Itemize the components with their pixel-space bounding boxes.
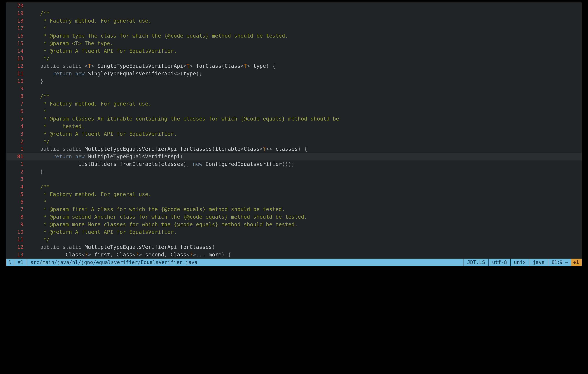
- code: Class<?> first, Class<?> second, Class<?…: [27, 251, 582, 259]
- code: */: [27, 138, 582, 145]
- code-line[interactable]: 19 /**: [6, 10, 582, 17]
- code: *: [27, 198, 582, 206]
- code-line[interactable]: 8 * @param second Another class for whic…: [6, 213, 582, 221]
- gutter: 16: [6, 32, 27, 40]
- code: /**: [27, 92, 582, 100]
- gutter: 4: [6, 123, 27, 130]
- code-line[interactable]: 17 *: [6, 25, 582, 32]
- status-filepath: src/main/java/nl/jqno/equalsverifier/Equ…: [27, 259, 464, 266]
- code-area[interactable]: 20 19 /** 18 * Factory method. For gener…: [6, 2, 582, 259]
- gutter: 5: [6, 115, 27, 123]
- code-line[interactable]: 11 return new SingleTypeEqualsVerifierAp…: [6, 70, 582, 78]
- code-line[interactable]: 5 * Factory method. For general use.: [6, 191, 582, 198]
- code: * tested.: [27, 123, 582, 130]
- code-line[interactable]: 18 * Factory method. For general use.: [6, 17, 582, 25]
- gutter: 9: [6, 221, 27, 228]
- code-line[interactable]: 6 *: [6, 108, 582, 115]
- status-lsp: JDT.LS: [464, 259, 489, 266]
- code: public static MultipleTypeEqualsVerifier…: [27, 145, 582, 153]
- gutter: 8: [6, 213, 27, 221]
- gutter: 9: [6, 85, 27, 92]
- status-diagnostics-warn[interactable]: ◆1: [571, 259, 582, 266]
- code: public static <T> SingleTypeEqualsVerifi…: [27, 62, 582, 70]
- code-line[interactable]: 12 public static <T> SingleTypeEqualsVer…: [6, 62, 582, 70]
- code-line[interactable]: 10 }: [6, 78, 582, 85]
- code: */: [27, 236, 582, 243]
- gutter: 18: [6, 17, 27, 25]
- code: * @return A fluent API for EqualsVerifie…: [27, 47, 582, 55]
- gutter: 3: [6, 175, 27, 183]
- code: return new SingleTypeEqualsVerifierApi<>…: [27, 70, 582, 78]
- code: }: [27, 78, 582, 85]
- code-line[interactable]: 6 *: [6, 198, 582, 206]
- code-line[interactable]: 3 * @return A fluent API for EqualsVerif…: [6, 130, 582, 138]
- gutter: 17: [6, 25, 27, 32]
- code-line[interactable]: 4 * tested.: [6, 123, 582, 130]
- code: public static MultipleTypeEqualsVerifier…: [27, 243, 582, 251]
- code-line[interactable]: 14 * @return A fluent API for EqualsVeri…: [6, 47, 582, 55]
- code-line[interactable]: 15 * @param <T> The type.: [6, 40, 582, 47]
- code: * @param <T> The type.: [27, 40, 582, 47]
- gutter: 12: [6, 62, 27, 70]
- code-line[interactable]: 8 /**: [6, 92, 582, 100]
- gutter: 6: [6, 108, 27, 115]
- status-mode: N: [6, 259, 14, 266]
- gutter: 11: [6, 236, 27, 243]
- code: *: [27, 108, 582, 115]
- code: [27, 85, 582, 92]
- gutter: 20: [6, 2, 27, 10]
- code: /**: [27, 183, 582, 191]
- gutter: 1: [6, 145, 27, 153]
- code: * Factory method. For general use.: [27, 191, 582, 198]
- code-line[interactable]: 16 * @param type The class for which the…: [6, 32, 582, 40]
- gutter: 14: [6, 47, 27, 55]
- gutter: 12: [6, 243, 27, 251]
- code: */: [27, 55, 582, 62]
- code: * @return A fluent API for EqualsVerifie…: [27, 130, 582, 138]
- code-line[interactable]: 13 */: [6, 55, 582, 62]
- code-line[interactable]: 11 */: [6, 236, 582, 243]
- gutter: 10: [6, 78, 27, 85]
- gutter: 4: [6, 183, 27, 191]
- code: * @param more More classes for which the…: [27, 221, 582, 228]
- code: [27, 2, 582, 10]
- status-encoding: utf-8: [489, 259, 511, 266]
- code-line[interactable]: 13 Class<?> first, Class<?> second, Clas…: [6, 251, 582, 259]
- code: * Factory method. For general use.: [27, 100, 582, 108]
- code: * Factory method. For general use.: [27, 17, 582, 25]
- gutter: 6: [6, 198, 27, 206]
- code-line[interactable]: 2 }: [6, 168, 582, 176]
- gutter: 3: [6, 130, 27, 138]
- status-position: 81:9 →: [548, 259, 571, 266]
- code-line[interactable]: 9 * @param more More classes for which t…: [6, 221, 582, 228]
- editor-view[interactable]: 20 19 /** 18 * Factory method. For gener…: [6, 2, 582, 266]
- gutter: 13: [6, 55, 27, 62]
- gutter: 13: [6, 251, 27, 259]
- code-line[interactable]: 12 public static MultipleTypeEqualsVerif…: [6, 243, 582, 251]
- code: *: [27, 25, 582, 32]
- code-line[interactable]: 1 ListBuilders.fromIterable(classes), ne…: [6, 161, 582, 168]
- code-line[interactable]: 7 * @param first A class for which the {…: [6, 206, 582, 213]
- code-line[interactable]: 9: [6, 85, 582, 92]
- code-line[interactable]: 1 public static MultipleTypeEqualsVerifi…: [6, 145, 582, 153]
- status-filetype: java: [529, 259, 548, 266]
- code: * @param classes An iterable containing …: [27, 115, 582, 123]
- gutter: 10: [6, 228, 27, 236]
- code: [27, 175, 582, 183]
- code-line-current[interactable]: 81 return new MultipleTypeEqualsVerifier…: [6, 153, 582, 161]
- code: * @return A fluent API for EqualsVerifie…: [27, 228, 582, 236]
- code: * @param second Another class for which …: [27, 213, 582, 221]
- code-line[interactable]: 2 */: [6, 138, 582, 145]
- gutter: 1: [6, 161, 27, 168]
- code: ListBuilders.fromIterable(classes), new …: [27, 161, 582, 168]
- gutter: 11: [6, 70, 27, 78]
- code-line[interactable]: 3: [6, 175, 582, 183]
- code-line[interactable]: 20: [6, 2, 582, 10]
- code: }: [27, 168, 582, 176]
- code-line[interactable]: 4 /**: [6, 183, 582, 191]
- code-line[interactable]: 5 * @param classes An iterable containin…: [6, 115, 582, 123]
- gutter: 7: [6, 100, 27, 108]
- status-buffer: #1: [14, 259, 27, 266]
- code-line[interactable]: 7 * Factory method. For general use.: [6, 100, 582, 108]
- code-line[interactable]: 10 * @return A fluent API for EqualsVeri…: [6, 228, 582, 236]
